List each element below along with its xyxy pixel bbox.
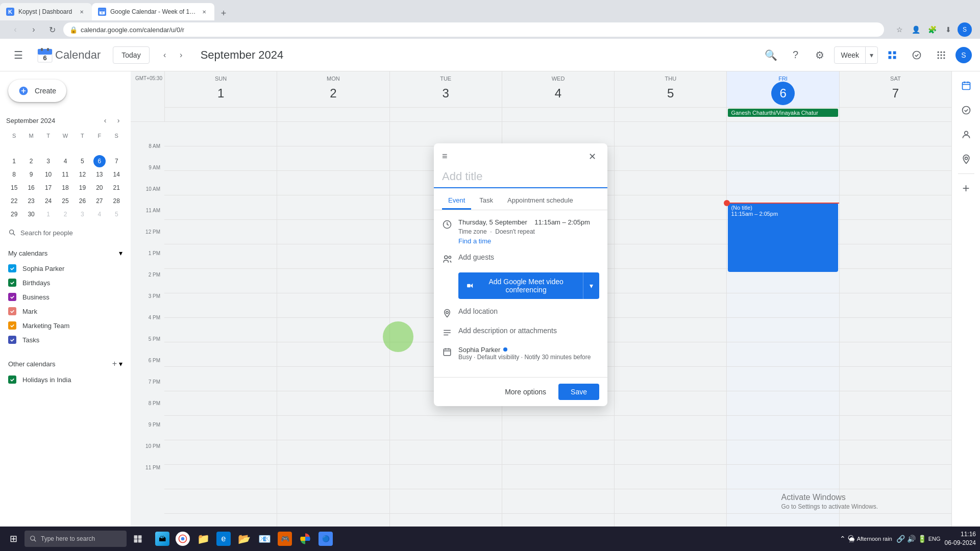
refresh-button[interactable]: ↻ [45, 22, 59, 37]
help-button[interactable]: ? [785, 45, 805, 65]
modal-close-button[interactable]: ✕ [585, 149, 599, 164]
mini-next-month[interactable]: › [112, 114, 125, 127]
today-button[interactable]: Today [113, 46, 149, 64]
week-dropdown-arrow[interactable]: ▾ [865, 47, 877, 63]
search-button[interactable]: 🔍 [761, 45, 781, 65]
prev-week-button[interactable]: ‹ [158, 48, 172, 62]
taskbar-app-game[interactable]: 🎮 [276, 530, 294, 548]
taskbar-app-mail[interactable]: 📧 [255, 530, 274, 548]
add-guests-field[interactable]: Add guests [458, 253, 494, 261]
cal-holidays[interactable]: Holidays in India [8, 372, 122, 387]
other-calendars-header[interactable]: Other calendars + ▾ [8, 355, 122, 372]
menu-button[interactable]: ☰ [8, 45, 29, 65]
mini-prev-month[interactable]: ‹ [99, 114, 111, 127]
start-button[interactable]: ⊞ [4, 530, 22, 548]
mini-day-empty7[interactable] [110, 142, 122, 154]
mini-day-12[interactable]: 12 [76, 168, 88, 181]
add-location-field[interactable]: Add location [458, 307, 498, 315]
grid-col-fri[interactable]: (No title) 11:15am – 2:05pm [726, 122, 839, 551]
more-options-button[interactable]: More options [497, 384, 554, 400]
next-week-button[interactable]: › [174, 48, 188, 62]
mini-day-empty5[interactable] [76, 142, 88, 154]
meet-dropdown-button[interactable]: ▾ [583, 272, 599, 299]
cal-mark[interactable]: Mark [8, 304, 122, 318]
taskbar-time[interactable]: 11:16 06-09-2024 [945, 530, 976, 547]
cal-business[interactable]: Business [8, 290, 122, 304]
mini-day-8[interactable]: 8 [8, 168, 20, 181]
week-selector[interactable]: Week ▾ [834, 46, 878, 64]
mini-day-1[interactable]: 1 [8, 155, 20, 167]
mini-day-18[interactable]: 18 [59, 182, 71, 194]
day-number-3[interactable]: 3 [434, 82, 457, 105]
add-meet-button[interactable]: Add Google Meet video conferencing [458, 272, 583, 299]
mini-day-10[interactable]: 10 [42, 168, 55, 181]
mini-day-empty2[interactable] [25, 142, 37, 154]
bookmark-icon[interactable]: ☆ [892, 22, 906, 37]
mini-day-empty4[interactable] [59, 142, 71, 154]
mini-day-o4[interactable]: 4 [93, 208, 106, 220]
mini-day-20[interactable]: 20 [93, 182, 106, 194]
forward-button[interactable]: › [27, 22, 41, 37]
battery-icon[interactable]: 🔋 [918, 535, 926, 543]
taskview-button[interactable] [129, 530, 147, 548]
tab-close-kopyst[interactable]: ✕ [78, 8, 86, 16]
mini-day-empty3[interactable] [42, 142, 55, 154]
day-number-7[interactable]: 7 [884, 82, 907, 105]
grid-col-thu[interactable] [614, 122, 726, 551]
taskbar-app-files[interactable]: 📁 [194, 530, 212, 548]
mini-day-11[interactable]: 11 [59, 168, 71, 181]
mini-day-13[interactable]: 13 [93, 168, 106, 181]
download-icon[interactable]: ⬇ [941, 22, 955, 37]
grid-col-sun[interactable] [164, 122, 277, 551]
mini-day-empty1[interactable] [8, 142, 20, 154]
cal-marketing-team[interactable]: Marketing Team [8, 318, 122, 333]
mini-day-15[interactable]: 15 [8, 182, 20, 194]
mini-day-19[interactable]: 19 [76, 182, 88, 194]
mini-day-3[interactable]: 3 [42, 155, 55, 167]
url-bar[interactable]: 🔒 calendar.google.com/calendar/u/0/r [63, 22, 884, 37]
mini-day-21[interactable]: 21 [110, 182, 122, 194]
mini-day-25[interactable]: 25 [59, 195, 71, 207]
right-sidebar-tasks-icon[interactable] [956, 100, 976, 120]
create-button[interactable]: Create [8, 80, 66, 102]
right-sidebar-contacts-icon[interactable] [956, 124, 976, 145]
taskbar-app-edge[interactable]: e [214, 530, 233, 548]
my-calendars-header[interactable]: My calendars ▾ [8, 245, 122, 261]
back-button[interactable]: ‹ [8, 22, 22, 37]
save-button[interactable]: Save [558, 384, 599, 400]
right-sidebar-map-icon[interactable] [956, 149, 976, 169]
user-account-icon[interactable]: S [958, 22, 972, 37]
mini-day-4[interactable]: 4 [59, 155, 71, 167]
taskbar-app-explorer[interactable]: 📂 [235, 530, 253, 548]
add-description-field[interactable]: Add description or attachments [458, 327, 557, 335]
mini-day-22[interactable]: 22 [8, 195, 20, 207]
taskbar-search[interactable]: Type here to search [24, 531, 127, 547]
day-number-5[interactable]: 5 [659, 82, 682, 105]
settings-button[interactable]: ⚙ [810, 45, 830, 65]
mini-day-6-today[interactable]: 6 [93, 155, 106, 167]
day-number-4[interactable]: 4 [546, 82, 570, 105]
mini-day-2[interactable]: 2 [25, 155, 37, 167]
no-title-event[interactable]: (No title) 11:15am – 2:05pm [728, 203, 838, 272]
mini-day-o2[interactable]: 2 [59, 208, 71, 220]
mini-day-29[interactable]: 29 [8, 208, 20, 220]
tab-close-calendar[interactable]: ✕ [200, 8, 208, 16]
sound-icon[interactable]: 🔊 [907, 535, 916, 543]
tasks-button[interactable] [906, 45, 927, 65]
user-avatar[interactable]: S [955, 47, 972, 63]
day-number-2[interactable]: 2 [322, 82, 345, 105]
right-sidebar-add-icon[interactable]: + [956, 178, 976, 198]
mini-day-7[interactable]: 7 [110, 155, 122, 167]
week-label[interactable]: Week [835, 47, 865, 63]
mini-day-5[interactable]: 5 [76, 155, 88, 167]
taskbar-app-kopyst[interactable]: 🔵 [316, 530, 335, 548]
add-other-calendar-icon[interactable]: + [112, 359, 117, 368]
ganesh-chaturthi-event[interactable]: Ganesh Chaturthi/Vinayaka Chatur [728, 109, 838, 117]
mini-day-23[interactable]: 23 [25, 195, 37, 207]
right-sidebar-calendar-icon[interactable] [956, 76, 976, 96]
mini-day-14[interactable]: 14 [110, 168, 122, 181]
tab-kopyst[interactable]: K Kopyst | Dashboard ✕ [0, 3, 92, 20]
appointment-tab[interactable]: Appointment schedule [501, 192, 579, 210]
new-tab-button[interactable]: + [216, 6, 231, 20]
mini-day-27[interactable]: 27 [93, 195, 106, 207]
